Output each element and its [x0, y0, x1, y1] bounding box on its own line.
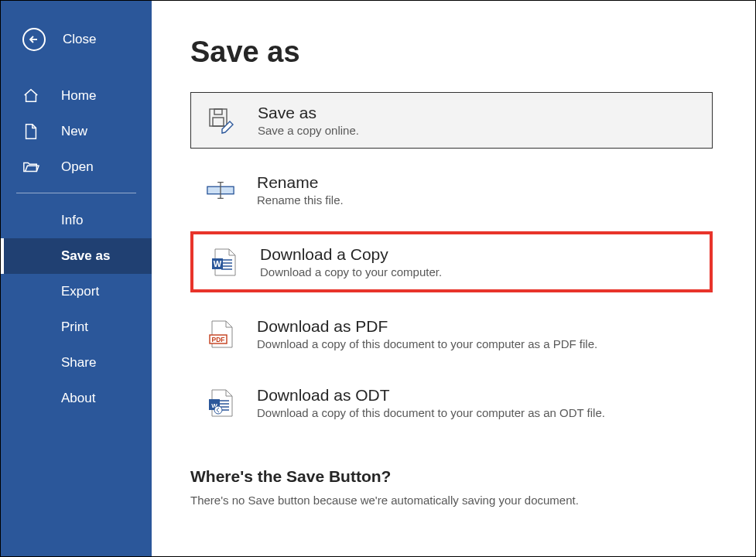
footer-desc: There's no Save button because we're aut… [190, 494, 713, 507]
sidebar-item-print[interactable]: Print [1, 309, 152, 345]
sidebar-item-label: Save as [61, 248, 110, 264]
sidebar-item-export[interactable]: Export [1, 274, 152, 309]
option-text: Download as PDF Download a copy of this … [257, 317, 597, 350]
option-text: Rename Rename this file. [257, 173, 344, 207]
sidebar-item-label: Open [61, 159, 94, 175]
option-download-pdf[interactable]: PDF Download as PDF Download a copy of t… [190, 306, 713, 361]
close-label: Close [63, 32, 96, 47]
open-icon [22, 159, 39, 176]
main-content: Save as Save as Save a copy online. Rena… [152, 1, 755, 556]
backstage-sidebar: Close Home New Open Info [1, 1, 152, 556]
svg-rect-2 [213, 118, 224, 126]
sidebar-divider [16, 193, 136, 193]
sidebar-item-about[interactable]: About [1, 381, 152, 416]
sidebar-item-new[interactable]: New [1, 114, 152, 149]
close-button[interactable]: Close [1, 24, 152, 55]
home-icon [22, 87, 39, 104]
option-title: Download as PDF [257, 317, 597, 336]
option-text: Download as ODT Download a copy of this … [257, 386, 605, 419]
pdf-icon: PDF [206, 320, 235, 349]
rename-icon [206, 176, 235, 205]
option-title: Rename [257, 173, 344, 192]
sidebar-item-share[interactable]: Share [1, 345, 152, 381]
option-desc: Download a copy to your computer. [260, 265, 442, 278]
footer-section: Where's the Save Button? There's no Save… [190, 467, 713, 507]
sidebar-item-info[interactable]: Info [1, 203, 152, 238]
sidebar-item-home[interactable]: Home [1, 78, 152, 114]
sidebar-item-save-as[interactable]: Save as [1, 238, 152, 274]
option-download-copy[interactable]: W Download a Copy Download a copy to you… [190, 231, 713, 292]
option-title: Save as [258, 104, 359, 122]
option-desc: Rename this file. [257, 193, 344, 207]
sidebar-item-label: Export [61, 284, 99, 299]
option-title: Download as ODT [257, 386, 605, 405]
option-text: Save as Save a copy online. [258, 104, 359, 137]
footer-title: Where's the Save Button? [190, 467, 713, 486]
sidebar-item-open[interactable]: Open [1, 149, 152, 185]
page-title: Save as [190, 36, 713, 69]
svg-text:W: W [214, 259, 222, 268]
option-download-odt[interactable]: W Download as ODT Download a copy of thi… [190, 375, 713, 430]
svg-text:PDF: PDF [212, 336, 225, 343]
option-save-as[interactable]: Save as Save a copy online. [190, 92, 713, 149]
sidebar-item-label: New [61, 124, 87, 139]
option-rename[interactable]: Rename Rename this file. [190, 162, 713, 217]
sidebar-item-label: Share [61, 355, 96, 371]
svg-point-10 [214, 406, 222, 414]
word-doc-icon: W [209, 248, 238, 277]
save-as-icon [207, 106, 236, 135]
option-text: Download a Copy Download a copy to your … [260, 245, 442, 278]
new-icon [22, 123, 39, 140]
sidebar-item-label: About [61, 391, 95, 406]
sidebar-item-label: Print [61, 320, 88, 335]
option-desc: Download a copy of this document to your… [257, 406, 605, 419]
option-desc: Download a copy of this document to your… [257, 337, 597, 350]
sidebar-item-label: Home [61, 88, 96, 104]
option-desc: Save a copy online. [258, 124, 359, 137]
sidebar-item-label: Info [61, 213, 83, 228]
odt-icon: W [206, 388, 235, 418]
option-title: Download a Copy [260, 245, 442, 264]
svg-rect-1 [214, 109, 222, 114]
back-arrow-icon [22, 28, 46, 51]
